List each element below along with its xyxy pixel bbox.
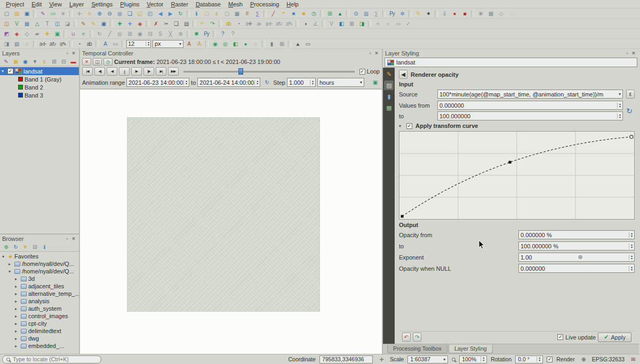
set-to-full-range-icon[interactable]: ↻ (262, 78, 271, 87)
snapping-options-icon[interactable]: ∪ (68, 29, 78, 38)
expander-icon[interactable]: ▸ (15, 306, 19, 311)
expander-icon[interactable]: ▾ (2, 69, 6, 74)
apply-button[interactable]: ✔ Apply (598, 333, 631, 342)
add-feature-icon[interactable]: ✚ (115, 19, 124, 28)
zoom-out-icon[interactable]: ⊖ (105, 9, 114, 18)
merge-features-icon[interactable]: ⊕ (175, 29, 185, 38)
spin-arrows-icon[interactable]: ▴▾ (629, 232, 633, 238)
split-features-icon[interactable]: ╳ (165, 29, 175, 38)
rotation-spinbox[interactable]: 0.0 ° ▴▾ (515, 355, 543, 363)
render-checkbox[interactable]: ✓ (547, 357, 553, 362)
highlight-pinned-labels-icon[interactable]: a▪ (254, 19, 263, 28)
clear-icon[interactable]: ⊗ (578, 254, 583, 261)
undo-icon[interactable]: ↶ (197, 19, 207, 28)
data-source-manager-icon[interactable]: ▥ (361, 9, 371, 18)
crs-icon[interactable]: ⊕ (579, 355, 588, 363)
menu-layer[interactable]: Layer (66, 1, 88, 7)
curve-end-handle[interactable] (630, 135, 633, 139)
close-panel-icon[interactable]: ✕ (630, 51, 637, 56)
add-arcgis-icon[interactable]: ◨ (357, 19, 366, 28)
refresh-values-icon[interactable]: ↻ (624, 101, 635, 120)
style-manager-icon[interactable]: ✎ (38, 9, 47, 18)
change-label-tool-icon[interactable]: a✎ (58, 39, 68, 48)
font-unit-combo[interactable]: px ▾ (153, 40, 183, 48)
menu-plugins[interactable]: Plugins (116, 1, 143, 7)
float-panel-icon[interactable]: ▫ (624, 51, 630, 56)
opacity-null-spinbox[interactable]: 0.000000 ▴▾ (518, 264, 635, 273)
add-postgis-icon[interactable]: ◫ (52, 19, 62, 28)
tab-processing-toolbox[interactable]: Processing Toolbox (387, 345, 447, 353)
add-selected-layers-icon[interactable]: ⊕ (2, 243, 10, 251)
transform-curve-plot[interactable] (399, 132, 634, 219)
search-icon[interactable]: ⊙ (351, 9, 361, 18)
expander-icon[interactable]: ▸ (15, 321, 19, 326)
temporal-slider-handle[interactable] (238, 68, 243, 75)
collapse-all-icon[interactable]: ⊟ (59, 58, 68, 66)
transform-curve-widget[interactable] (399, 131, 635, 220)
close-panel-icon[interactable]: ✕ (70, 236, 77, 241)
symbology-tab-icon[interactable]: ✎ (384, 69, 394, 79)
save-project-icon[interactable]: ▣ (22, 9, 31, 18)
vector-clip-icon[interactable]: ◧ (230, 39, 240, 48)
map-tips-icon[interactable]: ❝ (278, 9, 288, 18)
spin-arrows-icon[interactable]: ▴▾ (183, 80, 187, 85)
menu-project[interactable]: Project (2, 1, 28, 7)
browser-item[interactable]: ▸ embedded_... (0, 342, 79, 350)
current-edits-icon[interactable]: ✎ (78, 19, 88, 28)
decoration-north-arrow-icon[interactable]: ▲ (293, 39, 302, 48)
add-mesh-layer-icon[interactable]: △ (32, 19, 42, 28)
digitize-circle-icon[interactable]: ○ (383, 19, 393, 28)
browser-item[interactable]: ▸ dwg (0, 335, 79, 342)
python-console-icon[interactable]: Py (387, 9, 397, 18)
close-panel-icon[interactable]: ✕ (373, 51, 380, 56)
new-shapefile-icon[interactable]: ✚ (42, 29, 52, 38)
locate-input[interactable] (13, 356, 97, 362)
add-vector-tile-icon[interactable]: ▧ (12, 39, 21, 48)
cut-features-icon[interactable]: ✂ (161, 19, 171, 28)
buffer-color-icon[interactable]: A (194, 39, 204, 48)
expander-icon[interactable]: ▸ (15, 329, 19, 334)
opacity-to-spinbox[interactable]: 100.000000 % ▴▾ (518, 241, 635, 250)
open-attribute-table-icon[interactable]: ▦ (232, 9, 242, 18)
browser-item[interactable]: ▸ /home/nyall/dev/Q... (0, 260, 79, 268)
filter-legend-icon[interactable]: ▼ (30, 58, 39, 66)
annotation-icon[interactable]: ✎ (413, 9, 423, 18)
zoom-to-selection-icon[interactable]: ◱ (135, 9, 145, 18)
reshape-features-icon[interactable]: S (155, 29, 165, 38)
add-wfs-layer-icon[interactable]: ◩ (2, 29, 11, 38)
layer-item-landsat[interactable]: ▾ ✓ landsat (0, 67, 79, 75)
play-forward-button[interactable]: ▶ (131, 67, 142, 76)
curve-mid-handle[interactable] (509, 161, 511, 164)
preview-mode-icon[interactable]: ◑ (300, 19, 310, 28)
zoom-native-icon[interactable]: ◎ (115, 9, 124, 18)
paste-features-icon[interactable]: ▤ (181, 19, 191, 28)
raster-grid-icon[interactable]: ⊞ (277, 39, 286, 48)
identify-features-icon[interactable]: ℹ (191, 9, 201, 18)
styling-layer-combo[interactable]: landsat (385, 58, 637, 67)
change-label-icon[interactable]: a✎ (284, 19, 294, 28)
undo-style-button[interactable]: ↶ (402, 333, 411, 342)
spin-arrows-icon[interactable]: ▴▾ (537, 357, 540, 362)
coordinate-extent-toggle-icon[interactable]: ✛ (377, 355, 386, 363)
spin-arrows-icon[interactable]: ▴▾ (617, 103, 621, 108)
play-backward-button[interactable]: ◀ (107, 67, 117, 76)
manage-map-themes-icon[interactable]: ◉ (21, 58, 29, 66)
source-expression-field[interactable]: 100*minute(age(@map_start_time, @animati… (437, 90, 623, 99)
expander-icon[interactable]: ▸ (9, 262, 13, 266)
new-3d-map-view-icon[interactable]: ▲ (335, 9, 345, 18)
float-panel-icon[interactable]: ▫ (367, 51, 373, 56)
add-wms-icon[interactable]: ◧ (337, 19, 346, 28)
toggle-editing-icon[interactable]: ✎ (89, 19, 98, 28)
new-bookmark-icon[interactable]: ★ (289, 9, 298, 18)
browser-item[interactable]: ▸ cpt-city (0, 320, 79, 327)
add-xyz-icon[interactable]: ⊞ (347, 19, 356, 28)
move-feature-icon[interactable]: ✛ (125, 19, 134, 28)
expander-icon[interactable]: ▸ (15, 292, 19, 296)
open-project-icon[interactable]: ▤ (12, 9, 21, 18)
layout-manager-icon[interactable]: ≡ (58, 9, 68, 18)
zoom-to-layer-icon[interactable]: ◰ (145, 9, 155, 18)
zoom-full-icon[interactable]: ❏ (125, 9, 134, 18)
add-layer-definition-icon[interactable]: ▰ (32, 29, 42, 38)
label-options-icon[interactable]: ab (84, 39, 94, 48)
expander-icon[interactable]: ▾ (9, 269, 13, 274)
